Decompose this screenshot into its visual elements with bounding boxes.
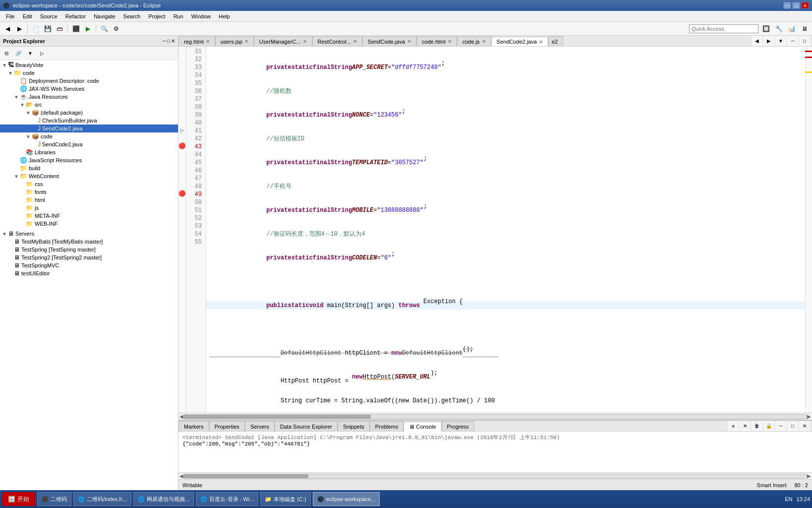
tree-item-default-pkg[interactable]: ▼ 📦 (default package) [0,109,178,117]
h-scroll-thumb[interactable] [184,415,371,419]
bottom-tab-console[interactable]: 🖥Console [404,422,441,432]
bottom-tab-datasource[interactable]: Data Source Explorer [275,421,338,431]
console-min-btn[interactable]: ─ [775,420,786,431]
menu-file[interactable]: File [2,12,19,20]
taskbar-item-localdisk[interactable]: 📁 本地磁盘 (C:) [260,492,310,506]
start-button[interactable]: 🪟 开始 [2,492,35,506]
tree-item-testspring2[interactable]: 🖥 TestSpring2 [TestSpring2 master] [0,254,178,261]
toolbar-icon-2[interactable]: 🔧 [773,23,784,34]
bottom-tab-properties[interactable]: Properties [209,421,245,431]
tab-reg-html[interactable]: reg.html✕ [178,36,215,46]
tree-item-sendcode2-code[interactable]: J SendCode2.java [0,140,178,148]
tree-item-src[interactable]: ▼ 📂 src [0,101,178,109]
tab-close-sendcode[interactable]: ✕ [407,39,411,44]
tab-usermanager[interactable]: UserManagerC...✕ [254,36,312,46]
collapse-all-btn[interactable]: ⊟ [1,48,12,59]
tree-item-web-inf[interactable]: 📁 WEB-INF [0,220,178,228]
horizontal-scrollbar[interactable]: ◀ ▶ [178,413,812,420]
bottom-tab-servers[interactable]: Servers [245,421,275,431]
taskbar-item-qrcode-index[interactable]: 🌐 二维码/index.h... [73,492,131,506]
console-max-btn[interactable]: □ [787,420,798,431]
menu-navigate[interactable]: Navigate [90,12,119,20]
tab-close-code-js[interactable]: ✕ [482,39,486,44]
taskbar-item-baidu[interactable]: 🌐 百度云-登录 - Wi... [196,492,258,506]
tree-item-servers[interactable]: ▼ 🖥 Servers [0,230,178,238]
tree-view-btn[interactable]: ▼ [25,48,36,59]
tab-code-js[interactable]: code.js✕ [457,36,491,46]
bottom-tab-snippets[interactable]: Snippets [338,421,370,431]
tab-menu-btn[interactable]: ▼ [775,36,786,46]
tab-close-code-html[interactable]: ✕ [448,39,452,44]
toolbar-icon-4[interactable]: 🖥 [799,23,810,34]
console-clear-btn[interactable]: 🗑 [752,420,762,431]
menu-project[interactable]: Project [144,12,169,20]
bottom-tab-progress[interactable]: Progress [442,421,474,431]
taskbar-lang[interactable]: EN [785,496,792,502]
save-button[interactable]: 💾 [42,23,53,34]
taskbar-item-eclipse[interactable]: 🌑 eclipse-workspace... [313,492,380,506]
console-horizontal-scrollbar[interactable]: ◀ ▶ [178,472,812,479]
tree-item-webcontent[interactable]: ▼ 📁 WebContent [0,172,178,180]
h-scroll-right-btn[interactable]: ▶ [807,414,811,419]
new-button[interactable]: 📄 [30,23,41,34]
minimize-button[interactable]: ─ [783,2,791,9]
tab-scroll-right[interactable]: ▶ [763,36,774,46]
tab-close-reg[interactable]: ✕ [206,39,210,44]
panel-maximize-btn[interactable]: □ [167,38,170,44]
menu-help[interactable]: Help [215,12,234,20]
link-editor-btn[interactable]: 🔗 [13,48,24,59]
tree-item-sendcode2-default[interactable]: J SendCode2.java [0,125,178,132]
tree-item-checksumbuilder[interactable]: J CheckSumBuilder.java [0,117,178,125]
tab-restcontrol[interactable]: RestControl...✕ [312,36,362,46]
tree-item-testmybatis[interactable]: 🖥 TestMyBatis [TestMyBatis master] [0,238,178,246]
menu-source[interactable]: Source [36,12,61,20]
h-scroll-track[interactable] [183,414,807,419]
toolbar-icon-3[interactable]: 📊 [786,23,797,34]
tab-sendcode2-java[interactable]: SendCode2.java✕ [491,37,548,47]
h-scroll-left-btn[interactable]: ◀ [179,414,183,419]
console-stop-btn[interactable]: ■ [728,420,739,431]
menu-refactor[interactable]: Refactor [61,12,90,20]
menu-search[interactable]: Search [119,12,145,20]
tab-close-sendcode2[interactable]: ✕ [539,39,543,45]
menu-run[interactable]: Run [170,12,187,20]
tree-item-code-pkg[interactable]: ▼ 📦 code [0,132,178,140]
tab-code-html[interactable]: code.html✕ [416,36,457,46]
maximize-button[interactable]: □ [792,2,800,9]
console-scroll-lock-btn[interactable]: 🔒 [763,420,774,431]
tab-close-users[interactable]: ✕ [244,39,248,44]
tree-item-meta-inf[interactable]: 📁 META-INF [0,212,178,220]
tree-item-testspringmvc[interactable]: 🖥 TestSpringMVC [0,261,178,269]
bottom-tab-problems[interactable]: Problems [370,421,404,431]
panel-min-btn[interactable]: ─ [787,36,798,46]
tree-item-code[interactable]: ▼ 📁 code [0,69,178,77]
tree-item-build[interactable]: 📁 build [0,164,178,172]
code-content[interactable]: private static final String APP_SECRET="… [206,47,805,413]
tree-item-beautyvote[interactable]: ▼ 🏗 BeautyVote [0,61,178,69]
run-button[interactable]: ▶ [82,23,93,34]
back-button[interactable]: ◀ [2,23,13,34]
close-button[interactable]: ✕ [801,2,809,9]
tab-close-restcontrol[interactable]: ✕ [353,39,357,44]
tree-item-html[interactable]: 📁 html [0,196,178,204]
tab-users-jsp[interactable]: users.jsp✕ [215,36,254,46]
taskbar-item-qrcode[interactable]: ⬛ 二维码 [37,492,71,506]
console-terminate-btn[interactable]: ✕ [740,420,751,431]
tab-scroll-left[interactable]: ◀ [752,36,762,46]
console-close-btn[interactable]: ✕ [799,420,810,431]
tree-item-js-resources[interactable]: 🌐 JavaScript Resources [0,156,178,164]
tree-item-js[interactable]: 📁 js [0,204,178,212]
taskbar-item-netease[interactable]: 🌐 网易通信与视频... [133,492,194,506]
new-item-btn[interactable]: ▷ [37,48,48,59]
debug-button[interactable]: ⬛ [70,23,81,34]
panel-close-btn[interactable]: ✕ [171,38,175,44]
panel-minimize-btn[interactable]: ─ [163,38,166,44]
save-all-button[interactable]: 🗃 [54,23,65,34]
settings-button[interactable]: ⚙ [111,23,121,34]
bottom-tab-markers[interactable]: Markers [178,421,209,431]
tree-item-jaxws[interactable]: 🌐 JAX-WS Web Services [0,85,178,93]
search-button[interactable]: 🔍 [99,23,110,34]
tab-close-usermanager[interactable]: ✕ [303,39,307,44]
toolbar-icon-1[interactable]: 🔲 [760,23,771,34]
tree-item-testspring[interactable]: 🖥 TestSpring [TestSpring master] [0,246,178,254]
